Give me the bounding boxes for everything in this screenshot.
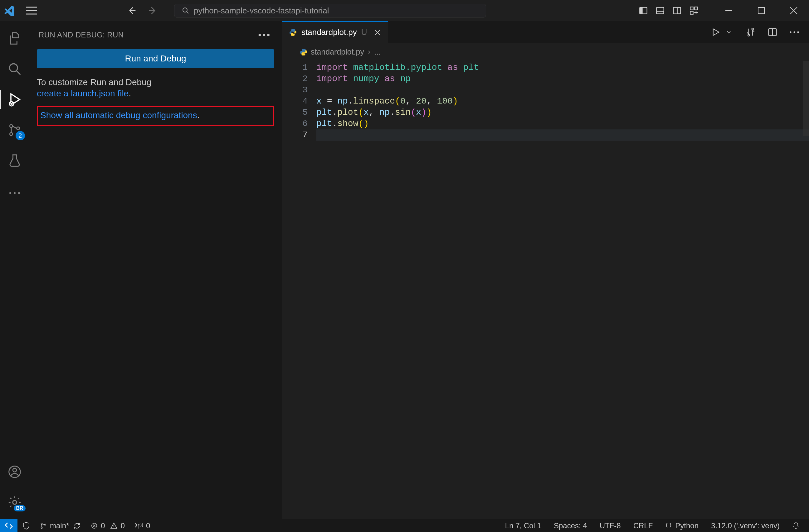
nav-forward-icon[interactable] <box>147 4 159 17</box>
search-icon <box>182 7 189 14</box>
breadcrumb-file: standardplot.py <box>311 48 364 56</box>
code-editor[interactable]: 1 2 3 4 5 6 7 import matplotlib.pyplot a… <box>282 61 809 519</box>
activity-bar: 2 BR <box>0 21 29 519</box>
vscode-logo-icon <box>4 5 15 16</box>
svg-point-18 <box>18 192 20 194</box>
status-notifications-icon[interactable] <box>786 519 806 532</box>
breadcrumbs[interactable]: standardplot.py › ... <box>282 43 809 61</box>
svg-point-0 <box>183 8 187 12</box>
side-bar: RUN AND DEBUG: RUN ••• Run and Debug To … <box>29 21 282 519</box>
activity-more-icon[interactable] <box>6 184 23 201</box>
status-spaces[interactable]: Spaces: 4 <box>548 519 593 532</box>
svg-rect-5 <box>673 7 681 14</box>
svg-point-32 <box>44 524 46 525</box>
nav-back-icon[interactable] <box>125 4 138 17</box>
window-maximize-icon[interactable] <box>756 5 767 16</box>
run-dropdown-icon[interactable] <box>724 27 734 37</box>
status-trust-icon[interactable] <box>17 519 35 532</box>
svg-point-14 <box>10 132 13 135</box>
activity-settings-icon[interactable]: BR <box>6 494 23 511</box>
scm-badge: 2 <box>16 131 25 140</box>
command-center-text: python-sample-vscode-fastapi-tutorial <box>194 6 329 16</box>
create-launch-json-link[interactable]: create a launch.json file <box>37 89 128 98</box>
python-file-icon <box>299 48 308 56</box>
svg-rect-6 <box>678 7 681 14</box>
tab-modified-indicator: U <box>361 28 367 37</box>
customize-layout-icon[interactable] <box>689 5 699 16</box>
sync-icon[interactable] <box>73 522 81 530</box>
status-branch[interactable]: main* <box>35 519 86 532</box>
editor-more-icon[interactable] <box>789 27 799 37</box>
svg-point-13 <box>10 125 13 127</box>
split-editor-icon[interactable] <box>767 27 778 37</box>
line-gutter: 1 2 3 4 5 6 7 <box>282 61 316 519</box>
svg-rect-4 <box>656 11 664 14</box>
activity-scm-icon[interactable]: 2 <box>6 122 23 139</box>
svg-rect-3 <box>656 7 664 14</box>
activity-run-debug-icon[interactable] <box>6 91 23 108</box>
error-icon <box>91 522 98 529</box>
svg-point-34 <box>138 524 139 526</box>
svg-point-27 <box>790 31 791 33</box>
status-language[interactable]: Python <box>659 519 705 532</box>
breadcrumb-more: ... <box>374 48 381 56</box>
settings-badge: BR <box>14 505 25 511</box>
show-all-configs-link[interactable]: Show all automatic debug configurations <box>40 110 197 120</box>
command-center[interactable]: python-sample-vscode-fastapi-tutorial <box>174 4 486 17</box>
minimap[interactable] <box>803 61 809 136</box>
svg-point-30 <box>41 523 42 524</box>
svg-rect-9 <box>690 11 693 14</box>
window-close-icon[interactable] <box>788 5 799 16</box>
sidebar-more-icon[interactable]: ••• <box>258 30 271 40</box>
activity-explorer-icon[interactable] <box>6 30 23 47</box>
tab-filename: standardplot.py <box>302 28 357 37</box>
sidebar-title: RUN AND DEBUG: RUN <box>39 31 124 39</box>
chevron-right-icon: › <box>368 48 370 56</box>
run-and-debug-button[interactable]: Run and Debug <box>37 49 274 68</box>
status-bar: main* 0 0 0 Ln 7, Col 1 Spaces: 4 UTF-8 … <box>0 519 809 532</box>
activity-testing-icon[interactable] <box>6 152 23 169</box>
run-file-icon[interactable] <box>710 27 721 37</box>
python-file-icon <box>289 29 297 36</box>
editor-area: standardplot.py U <box>282 21 809 519</box>
activity-search-icon[interactable] <box>6 60 23 77</box>
toggle-secondary-sidebar-icon[interactable] <box>672 5 682 16</box>
svg-point-21 <box>13 500 16 504</box>
svg-point-11 <box>10 64 17 72</box>
show-all-configs-box: Show all automatic debug configurations. <box>37 106 274 126</box>
toggle-primary-sidebar-icon[interactable] <box>638 5 649 16</box>
svg-rect-10 <box>758 7 764 14</box>
svg-point-20 <box>13 468 17 472</box>
radio-tower-icon <box>135 522 143 529</box>
svg-point-17 <box>14 192 16 194</box>
status-problems[interactable]: 0 0 <box>86 519 130 532</box>
svg-point-25 <box>752 28 754 30</box>
status-encoding[interactable]: UTF-8 <box>593 519 627 532</box>
remote-indicator-icon[interactable] <box>0 519 17 532</box>
tabs-row: standardplot.py U <box>282 21 809 43</box>
svg-rect-2 <box>640 7 642 14</box>
activity-accounts-icon[interactable] <box>6 463 23 480</box>
status-eol[interactable]: CRLF <box>627 519 659 532</box>
compare-changes-icon[interactable] <box>745 27 756 37</box>
svg-point-22 <box>292 30 292 30</box>
toggle-panel-icon[interactable] <box>655 5 666 16</box>
svg-point-16 <box>10 192 11 194</box>
svg-point-24 <box>748 34 750 36</box>
window-minimize-icon[interactable] <box>724 5 734 16</box>
braces-icon <box>665 522 672 529</box>
status-ports[interactable]: 0 <box>130 519 155 532</box>
svg-point-23 <box>294 34 294 35</box>
menu-icon[interactable] <box>26 6 37 15</box>
title-bar: python-sample-vscode-fastapi-tutorial <box>0 0 809 21</box>
editor-tab[interactable]: standardplot.py U <box>282 21 388 43</box>
svg-rect-8 <box>694 7 697 10</box>
status-cursor[interactable]: Ln 7, Col 1 <box>499 519 548 532</box>
svg-point-29 <box>797 31 799 33</box>
svg-point-15 <box>17 127 19 130</box>
svg-rect-7 <box>690 7 693 10</box>
status-interpreter[interactable]: 3.12.0 ('.venv': venv) <box>705 519 786 532</box>
svg-point-28 <box>793 31 795 33</box>
svg-point-31 <box>41 527 42 528</box>
tab-close-icon[interactable] <box>374 29 381 36</box>
